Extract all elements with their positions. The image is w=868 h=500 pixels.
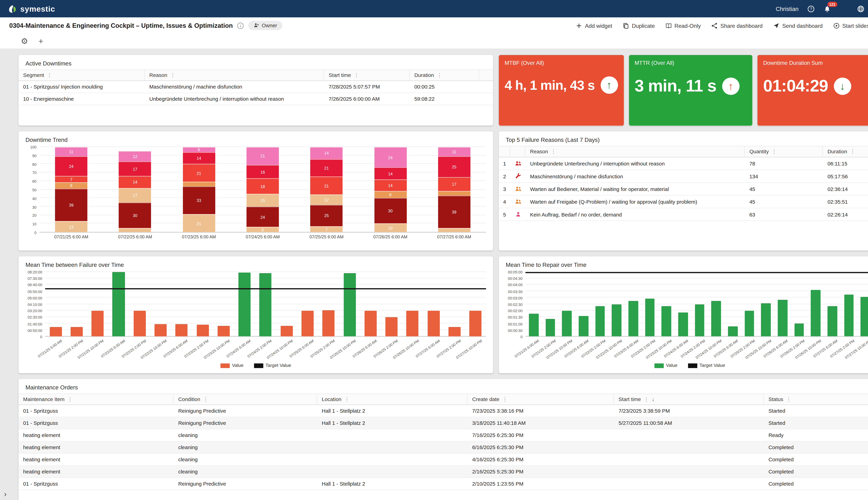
bar-segment: 24 [55,156,88,176]
widget-top5-failure-reasons: Top 5 Failure Reasons (Last 7 Days) Reas… [499,132,868,251]
column-menu-icon[interactable]: ⋮ [354,72,359,78]
table-cell: cleaning [174,454,317,465]
column-header[interactable]: Start time⋮ [324,70,410,80]
table-body: 01 - SpritzgussReinigung PredictiveHall … [19,405,868,490]
table-row[interactable]: heating elementcleaning2/16/2025 5:25:30… [19,466,868,478]
table-cell [614,466,764,477]
action-duplicate[interactable]: Duplicate [623,22,655,29]
add-tab-button[interactable]: + [38,37,43,45]
column-header[interactable]: Duration⋮ [410,70,479,80]
table-row[interactable]: 10 - EnergiemaschineUnbegründete Unterbr… [19,93,493,105]
bar [795,323,804,336]
chart-area: 000:00:3000:01:0000:01:3000:02:0000:02:3… [499,271,868,337]
x-axis-slot: 07/27/25 6:00 AM [423,337,444,362]
bar-slot: 3017141712 [103,147,167,232]
table-row[interactable]: 01 - SpritzgussReinigung PredictiveHall … [19,478,868,490]
bar-slot [841,272,857,336]
info-icon[interactable]: i [238,22,244,29]
brand-logo[interactable]: symestic [8,4,55,13]
action-label: Add widget [585,22,612,29]
column-menu-icon[interactable]: ⋮ [437,72,442,78]
column-header[interactable]: Create date⋮ [468,394,614,405]
kpi-value: 3 min, 11 s [635,76,716,95]
x-axis-slot: 07/21/25 6:00 AM [45,337,66,362]
table-row[interactable]: 01 - Spritzguss/ Injection mouldingMasch… [19,81,493,93]
action-send-dashboard[interactable]: Send dashboard [773,22,823,29]
column-menu-icon[interactable]: ⋮ [786,396,791,402]
notifications-button[interactable]: 121 [823,5,831,12]
legend-label: Target Value [699,363,725,368]
table-row[interactable]: 5Kein Auftrag, Bedarf / no order, demand… [499,208,868,221]
table-row[interactable]: 2Maschinenstörung / machine disfunction1… [499,170,868,183]
kpi-value-row: 01:04:29↓ [763,76,868,95]
column-header[interactable]: Condition⋮ [174,394,317,405]
user-name[interactable]: Christian [776,5,799,12]
column-menu-icon[interactable]: ⋮ [551,149,556,155]
action-read-only[interactable]: Read-Only [665,22,701,29]
sort-desc-icon[interactable]: ↓ [652,396,654,402]
y-axis-label: 00:50:00 [27,328,42,332]
action-start-slideshow[interactable]: Start slideshow [833,22,868,29]
widget-title: Maintenance Orders [19,379,868,394]
bar-slot [575,272,592,336]
column-header[interactable]: Location⋮ [317,394,468,405]
table-row[interactable]: heating elementcleaning7/16/2025 6:25:30… [19,429,868,442]
action-add-widget[interactable]: Add widget [576,22,612,29]
column-menu-icon[interactable]: ⋮ [344,396,350,402]
x-axis-label: 07/26/25 6:00 AM [358,234,422,240]
legend-label: Value [666,363,677,368]
column-menu-icon[interactable]: ⋮ [47,72,52,78]
x-axis-slot: 07/22/25 2:00 PM [129,337,150,362]
column-menu-icon[interactable]: ⋮ [502,396,507,402]
column-header[interactable]: Maintenance Item⋮ [19,394,174,405]
bar-segment: 17 [119,161,151,176]
y-axis: 000:00:3000:01:0000:01:3000:02:0000:02:3… [502,272,525,337]
bar-segment: 16 [247,165,279,179]
column-menu-icon[interactable]: ⋮ [203,396,208,402]
column-menu-icon[interactable]: ⋮ [850,149,855,155]
bar-slot: 39172511 [422,147,486,232]
table-row[interactable]: 01 - SpritzgussReinigung PredictiveHall … [19,417,868,429]
top5-table: Reason⋮Quantity⋮Duration⋮1Unbegründete U… [499,146,868,221]
table-cell: 78 [745,158,823,170]
widget-title: Mean Time between Failure over Time [19,257,493,271]
bar-segment: 10 [374,224,407,232]
help-button[interactable]: ? [807,5,815,12]
column-header[interactable]: Reason⋮ [145,70,324,80]
table-row[interactable]: 3Warten auf Bediener, Material / waiting… [499,183,868,195]
table-row[interactable]: heating elementcleaning6/16/2025 6:25:30… [19,442,868,454]
column-header[interactable]: Quantity⋮ [745,146,823,157]
column-menu-icon[interactable]: ⋮ [67,396,72,402]
kpi-value: 4 h, 1 min, 43 s [505,77,595,93]
column-header[interactable]: Status⋮ [764,394,868,405]
table-cell: Hall 1 - Stellplatz 2 [317,417,468,429]
column-header[interactable]: Start time⋮↓ [614,394,764,405]
sidebar-expand-button[interactable]: › [4,490,7,498]
column-menu-icon[interactable]: ⋮ [644,396,649,402]
y-axis-label: 02:30:00 [27,315,42,319]
owner-badge[interactable]: Owner [249,21,282,30]
column-menu-icon[interactable]: ⋮ [170,72,175,78]
bar-segment: 17 [119,188,151,202]
column-header[interactable]: Segment⋮ [19,70,145,80]
table-row[interactable]: 4Warten auf Freigabe (Q-Problem) / waiti… [499,196,868,208]
action-share-dashboard[interactable]: Share dashboard [711,22,763,29]
table-row[interactable]: heating elementcleaning4/16/2025 6:25:30… [19,454,868,466]
table-row[interactable]: 1Unbegründete Unterbrechung / interrupti… [499,158,868,170]
table-row[interactable]: 01 - SpritzgussReinigung PredictiveHall … [19,405,868,417]
language-flag-icon[interactable] [840,6,848,11]
x-axis-slot: 07/21/25 10:00 PM [87,337,108,362]
bar-slot: 62415181621 [231,147,295,232]
globe-button[interactable] [857,5,865,12]
bar-slot: 10308141424 [358,147,422,232]
copy-icon [623,22,629,29]
dashboard-settings-button[interactable]: ⚙ [21,37,28,45]
bar [612,304,621,336]
bar [301,310,314,336]
column-header[interactable]: Reason⋮ [525,146,745,157]
stacked-bar: 1339872411 [55,147,88,232]
bar [529,314,538,336]
column-header[interactable]: Duration⋮ [823,146,868,157]
column-menu-icon[interactable]: ⋮ [772,149,777,155]
icon-cell [510,208,525,220]
